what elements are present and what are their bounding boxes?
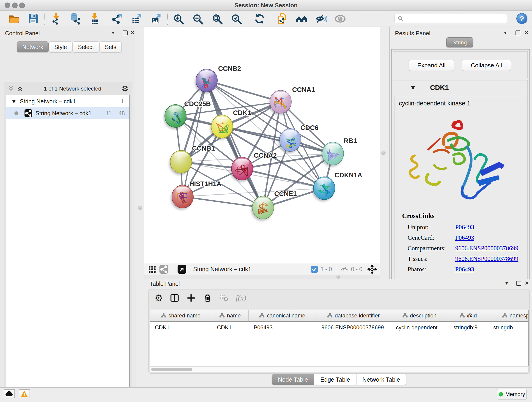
column-header-id[interactable]: @id: [448, 310, 488, 321]
expand-all-icon[interactable]: [17, 85, 24, 92]
search-input[interactable]: [405, 15, 507, 22]
collapse-all-icon[interactable]: [7, 85, 14, 92]
column-header-databaseidentifier[interactable]: database identifier: [317, 310, 391, 321]
left-splitter-handle[interactable]: [138, 206, 142, 210]
open-file-button[interactable]: [8, 13, 20, 25]
gear-icon[interactable]: ⚙: [155, 293, 163, 303]
maximize-panel-icon[interactable]: [123, 31, 128, 35]
zoom-fit-button[interactable]: [211, 13, 224, 25]
table-cell[interactable]: stringdb: [488, 322, 529, 333]
hide-selected-button[interactable]: [315, 13, 327, 25]
network-row-selected[interactable]: String Network – cdk1 11 48: [6, 107, 129, 119]
network-collection-row[interactable]: ▼ String Network – cdk1 1: [6, 95, 129, 107]
cloud-button[interactable]: [4, 389, 15, 398]
table-cell[interactable]: P06493: [249, 322, 317, 333]
table-cell[interactable]: stringdb:9...: [448, 322, 488, 333]
zoom-out-button[interactable]: [192, 13, 204, 25]
save-session-button[interactable]: [27, 13, 39, 25]
network-graph[interactable]: CCNB2 CCNA1 CDC25B CDK1: [144, 27, 380, 264]
edge-CCNB2-CCNE1[interactable]: [207, 80, 263, 208]
float-panel-icon[interactable]: ▾: [112, 30, 114, 36]
grid-view-icon[interactable]: [148, 265, 156, 274]
table-cell[interactable]: CDK1: [212, 322, 249, 333]
crosslink-value-link[interactable]: P06493: [455, 224, 474, 231]
table-hscrollbar[interactable]: [150, 366, 529, 372]
first-neighbors-button[interactable]: [296, 13, 308, 25]
right-splitter[interactable]: [380, 27, 389, 279]
clone-network-button[interactable]: [276, 13, 289, 25]
search-box[interactable]: [394, 14, 507, 23]
column-header-name[interactable]: name: [212, 310, 249, 321]
crosslink-value-link[interactable]: 9606.ENSP00000378699: [455, 245, 518, 252]
float-panel-icon[interactable]: ▾: [505, 280, 508, 286]
tab-network[interactable]: Network: [17, 41, 49, 52]
birds-eye-icon[interactable]: [367, 265, 377, 274]
maximize-panel-icon[interactable]: [515, 31, 520, 35]
column-header-sharedname[interactable]: shared name: [150, 310, 212, 321]
zoom-selected-icon: [231, 13, 242, 25]
edge-CCNB2-CCNA1[interactable]: [207, 80, 281, 102]
table-cell[interactable]: CDK1: [150, 322, 212, 333]
import-network-file-button[interactable]: [50, 13, 62, 25]
table-cell[interactable]: 9606.ENSP00000378699: [317, 322, 391, 333]
gear-icon[interactable]: ⚙: [122, 84, 128, 93]
warning-button[interactable]: [19, 389, 30, 398]
show-columns-icon[interactable]: [170, 293, 179, 303]
tab-select[interactable]: Select: [73, 41, 99, 52]
node-RB1[interactable]: RB1: [321, 137, 357, 167]
network-badge-icon[interactable]: [159, 265, 168, 274]
trash-icon[interactable]: [203, 293, 212, 303]
import-table-file-button[interactable]: [89, 13, 101, 25]
node-CCNB2[interactable]: CCNB2: [195, 65, 241, 94]
tab-network-table[interactable]: Network Table: [356, 374, 406, 385]
table-cell[interactable]: cyclin-dependent ...: [391, 322, 448, 333]
expand-all-button[interactable]: Expand All: [409, 60, 454, 71]
close-panel-icon[interactable]: ✕: [131, 30, 135, 36]
section-collapse-icon[interactable]: ▼: [411, 85, 415, 90]
zoom-selected-button[interactable]: [230, 13, 243, 25]
left-splitter[interactable]: [136, 27, 145, 279]
column-header-canonicalname[interactable]: canonical name: [249, 310, 317, 321]
zoom-in-button[interactable]: [173, 13, 185, 25]
column-header-description[interactable]: description: [391, 310, 448, 321]
float-panel-icon[interactable]: ▾: [504, 30, 507, 36]
refresh-network-button[interactable]: [253, 13, 266, 25]
tab-style[interactable]: Style: [49, 41, 72, 52]
open-in-window-icon[interactable]: [177, 265, 186, 274]
right-splitter-handle[interactable]: [381, 151, 386, 155]
import-network-database-button[interactable]: [69, 13, 82, 25]
help-button[interactable]: ?: [516, 13, 527, 24]
crosslink-value-link[interactable]: P06493: [455, 234, 474, 241]
node-count: 11: [106, 110, 112, 117]
tab-edge-table[interactable]: Edge Table: [314, 374, 356, 385]
close-panel-icon[interactable]: ✕: [524, 30, 528, 36]
export-network-button[interactable]: [111, 13, 124, 25]
gene-section-header[interactable]: ▼ CDK1: [393, 80, 527, 95]
export-table-icon: [131, 13, 143, 25]
column-header-namespace[interactable]: namespace: [488, 310, 529, 321]
show-all-button[interactable]: [334, 13, 346, 25]
horizontal-splitter-handle[interactable]: [336, 275, 340, 279]
tree-expander-icon[interactable]: ▼: [12, 99, 16, 104]
tab-node-table[interactable]: Node Table: [272, 374, 314, 385]
results-tab-string[interactable]: String: [446, 37, 473, 47]
network-canvas[interactable]: CCNB2 CCNA1 CDC25B CDK1: [144, 27, 380, 264]
export-image-button[interactable]: [150, 13, 162, 25]
crosslink-value-link[interactable]: 9606.ENSP00000378699: [455, 255, 518, 262]
add-icon[interactable]: [186, 293, 196, 303]
maximize-panel-icon[interactable]: [516, 281, 521, 286]
crosslink-value-link[interactable]: P06493: [455, 266, 474, 273]
hidden-eye-icon[interactable]: [341, 265, 348, 273]
node-CCNB1[interactable]: CCNB1: [169, 145, 215, 175]
edge-HIST1H1A-CCNE1[interactable]: [183, 197, 263, 208]
memory-button[interactable]: Memory: [497, 389, 526, 400]
table-hscrollbar-thumb[interactable]: [151, 368, 192, 371]
close-panel-icon[interactable]: ✕: [525, 280, 529, 286]
collapse-all-button[interactable]: Collapse All: [462, 60, 511, 71]
column-type-icon: [460, 313, 465, 318]
export-table-button[interactable]: [131, 13, 143, 25]
tab-sets[interactable]: Sets: [100, 41, 122, 52]
selected-checkbox-icon[interactable]: [311, 266, 318, 273]
node-CCNA1[interactable]: CCNA1: [269, 86, 315, 115]
node-CDKN1A[interactable]: CDKN1A: [312, 172, 362, 201]
